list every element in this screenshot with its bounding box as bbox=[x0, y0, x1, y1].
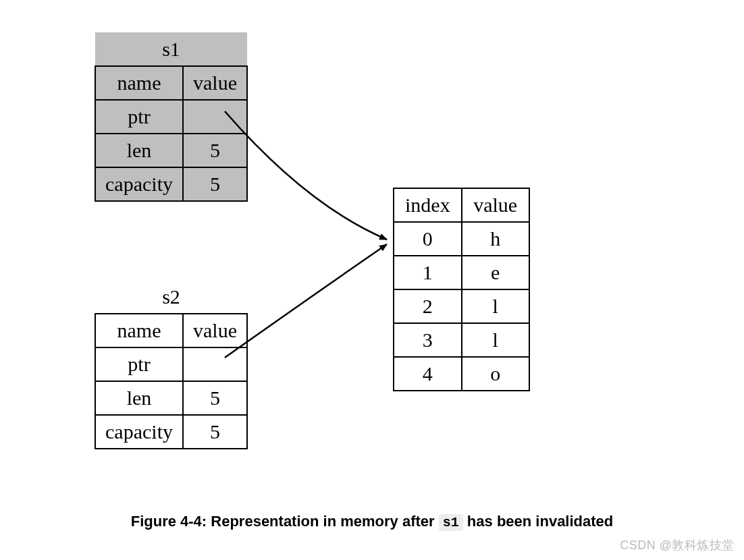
table-row: len 5 bbox=[95, 381, 247, 415]
figure-caption: Figure 4-4: Representation in memory aft… bbox=[0, 513, 744, 530]
s2-row2-name: capacity bbox=[95, 415, 183, 449]
table-row: ptr bbox=[95, 347, 247, 381]
watermark-text: CSDN @敦科炼技堂 bbox=[620, 537, 735, 553]
table-row: 0 h bbox=[394, 222, 529, 256]
struct-s2-title: s2 bbox=[95, 280, 247, 314]
table-row: len 5 bbox=[95, 134, 247, 167]
struct-s1-title: s1 bbox=[95, 32, 247, 66]
heap-table: index value 0 h 1 e 2 l 3 l 4 o bbox=[393, 188, 530, 391]
heap-row4-index: 4 bbox=[394, 357, 462, 391]
table-row: capacity 5 bbox=[95, 167, 247, 201]
table-row: 3 l bbox=[394, 323, 529, 357]
heap-row2-value: l bbox=[462, 289, 529, 323]
s2-row1-value: 5 bbox=[183, 381, 247, 415]
table-row: 4 o bbox=[394, 357, 529, 391]
table-row: 2 l bbox=[394, 289, 529, 323]
heap-row4-value: o bbox=[462, 357, 529, 391]
s1-header-value: value bbox=[183, 66, 247, 100]
s2-header-value: value bbox=[183, 314, 247, 347]
s1-row2-value: 5 bbox=[183, 167, 247, 201]
heap-row3-index: 3 bbox=[394, 323, 462, 357]
table-row: ptr bbox=[95, 100, 247, 134]
heap-row2-index: 2 bbox=[394, 289, 462, 323]
s1-row1-value: 5 bbox=[183, 134, 247, 167]
s2-row2-value: 5 bbox=[183, 415, 247, 449]
caption-suffix: has been invalidated bbox=[467, 513, 613, 530]
s2-row1-name: len bbox=[95, 381, 183, 415]
arrow-s1-ptr bbox=[225, 111, 387, 240]
heap-header-index: index bbox=[394, 188, 462, 222]
caption-code: s1 bbox=[439, 514, 463, 531]
s1-row2-name: capacity bbox=[95, 167, 183, 201]
heap-row1-value: e bbox=[462, 256, 529, 289]
heap-header-value: value bbox=[462, 188, 529, 222]
struct-s1-table: s1 name value ptr len 5 capacity 5 bbox=[95, 32, 248, 202]
heap-row3-value: l bbox=[462, 323, 529, 357]
s1-header-name: name bbox=[95, 66, 183, 100]
arrow-s2-ptr bbox=[225, 244, 387, 358]
s1-row0-value bbox=[183, 100, 247, 134]
heap-row0-index: 0 bbox=[394, 222, 462, 256]
s1-row0-name: ptr bbox=[95, 100, 183, 134]
caption-prefix: Figure 4-4: Representation in memory aft… bbox=[131, 513, 439, 530]
memory-diagram: s1 name value ptr len 5 capacity 5 s2 na… bbox=[0, 0, 744, 560]
table-row: 1 e bbox=[394, 256, 529, 289]
s2-row0-name: ptr bbox=[95, 347, 183, 381]
struct-s2-table: s2 name value ptr len 5 capacity 5 bbox=[95, 280, 248, 449]
s1-row1-name: len bbox=[95, 134, 183, 167]
heap-row1-index: 1 bbox=[394, 256, 462, 289]
s2-row0-value bbox=[183, 347, 247, 381]
table-row: capacity 5 bbox=[95, 415, 247, 449]
s2-header-name: name bbox=[95, 314, 183, 347]
heap-row0-value: h bbox=[462, 222, 529, 256]
